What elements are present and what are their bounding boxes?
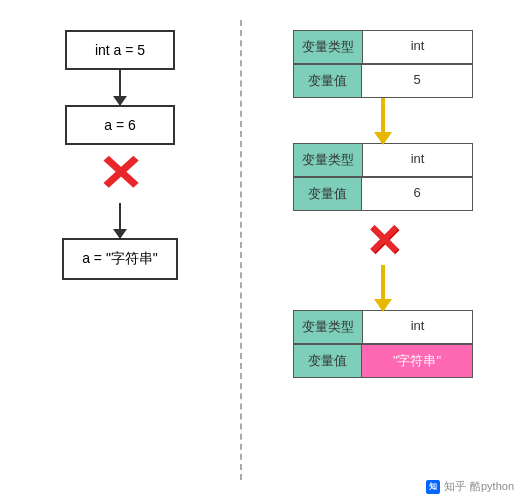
flow-box-2: a = 6 [65,105,175,145]
main-container: int a = 5 a = 6 ✕ a = "字符串" 变量类型 int 变量值… [0,0,524,480]
value-val-3: "字符串" [362,345,472,377]
yellow-arrow-1 [381,98,385,143]
flow-box-1: int a = 5 [65,30,175,70]
value-type-1: int [363,31,472,63]
value-type-3: int [363,311,472,343]
memory-row-3-1: 变量类型 int [293,310,473,344]
label-val-3: 变量值 [294,345,362,377]
memory-block-1: 变量类型 int 变量值 5 [293,30,473,98]
x-mark-right: ✕ [365,219,402,263]
memory-row-1-1: 变量类型 int [293,30,473,64]
memory-block-3: 变量类型 int 变量值 "字符串" [293,310,473,378]
memory-row-1-2: 变量值 5 [293,64,473,98]
footer: 知 知乎 酷python [426,479,514,494]
value-type-2: int [363,144,472,176]
memory-row-2-1: 变量类型 int [293,143,473,177]
label-type-1: 变量类型 [294,31,363,63]
footer-author: 酷python [470,479,514,494]
memory-row-2-2: 变量值 6 [293,177,473,211]
memory-block-2: 变量类型 int 变量值 6 [293,143,473,211]
label-type-3: 变量类型 [294,311,363,343]
flow-box-3: a = "字符串" [62,238,178,280]
arrow-2 [119,203,121,238]
arrow-1 [119,70,121,105]
x-mark-left: ✕ [97,145,143,203]
divider [240,20,242,480]
flowchart: int a = 5 a = 6 ✕ a = "字符串" [40,30,200,280]
left-panel: int a = 5 a = 6 ✕ a = "字符串" [10,20,230,470]
yellow-arrow-2 [381,265,385,310]
label-val-1: 变量值 [294,65,362,97]
label-type-2: 变量类型 [294,144,363,176]
zhihu-logo: 知 [426,480,440,494]
value-val-1: 5 [362,65,472,97]
memory-row-3-2: 变量值 "字符串" [293,344,473,378]
value-val-2: 6 [362,178,472,210]
right-panel: 变量类型 int 变量值 5 变量类型 int 变量值 6 ✕ [252,20,514,470]
label-val-2: 变量值 [294,178,362,210]
footer-platform: 知乎 [444,479,466,494]
